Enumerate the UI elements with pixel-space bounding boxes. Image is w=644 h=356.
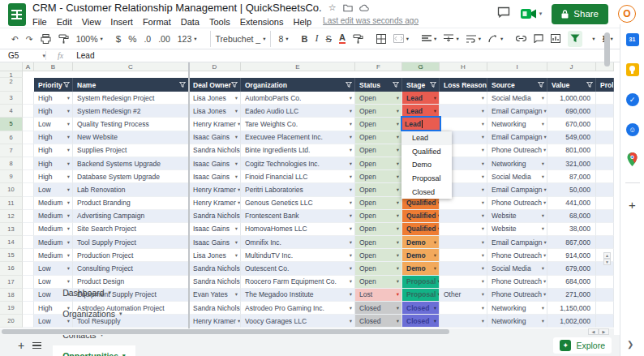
menu-tools[interactable]: Tools — [209, 17, 230, 27]
cell-organization[interactable]: Roocero Farm Equipment Co.▾ — [241, 276, 355, 289]
cell-status[interactable]: Open▾ — [355, 144, 402, 157]
cell-source[interactable]: Phone Outreach▾ — [487, 197, 547, 210]
dropdown-arrow-icon[interactable]: ▾ — [482, 147, 484, 153]
row-number-14[interactable]: 14 — [0, 236, 23, 249]
dropdown-arrow-icon[interactable]: ▾ — [482, 199, 484, 206]
font-family-select[interactable]: Trebuchet _▾ — [210, 31, 272, 47]
cell-priority[interactable]: High▾ — [34, 157, 73, 170]
cell-status[interactable]: Open▾ — [355, 197, 402, 210]
dropdown-arrow-icon[interactable]: ▾ — [543, 291, 546, 298]
cell-name[interactable]: Advertising Campaign — [73, 210, 189, 223]
dropdown-arrow-icon[interactable]: ▾ — [542, 174, 544, 180]
cell-a[interactable] — [23, 183, 34, 196]
cell-probability[interactable] — [596, 183, 614, 196]
cell-priority[interactable]: Low▾ — [34, 183, 73, 196]
dropdown-arrow-icon[interactable]: ▾ — [482, 225, 484, 232]
cell-priority[interactable]: High▾ — [34, 144, 73, 157]
cell-name[interactable]: Backend Systems Upgrade — [73, 157, 189, 170]
cell-value[interactable]: 321,000 — [547, 157, 596, 170]
dropdown-arrow-icon[interactable]: ▾ — [235, 174, 238, 180]
dropdown-arrow-icon[interactable]: ▾ — [482, 239, 484, 246]
dropdown-arrow-icon[interactable]: ▾ — [235, 239, 238, 246]
cell-deal-owner[interactable]: Sandra Nichols▾ — [189, 276, 241, 289]
borders-icon[interactable] — [376, 31, 386, 47]
filter-funnel-icon[interactable] — [430, 81, 436, 89]
cell-value[interactable]: 1,002,000 — [547, 315, 596, 328]
filter-funnel-icon[interactable] — [179, 81, 186, 89]
dropdown-arrow-icon[interactable]: ▾ — [350, 199, 352, 206]
cell-source[interactable]: Social Media▾ — [487, 262, 547, 275]
dropdown-arrow-icon[interactable]: ▾ — [350, 121, 352, 127]
column-header-deal-owner[interactable]: Deal Owner — [189, 78, 241, 92]
column-header-D[interactable]: D — [189, 62, 241, 71]
dropdown-arrow-icon[interactable]: ▾ — [397, 225, 399, 232]
dropdown-arrow-icon[interactable]: ▾ — [67, 108, 70, 114]
cell-probability[interactable] — [596, 131, 614, 144]
menu-extensions[interactable]: Extensions — [240, 17, 284, 27]
column-header-E[interactable]: E — [241, 62, 355, 71]
dropdown-option-closed[interactable]: Closed — [401, 185, 452, 199]
cell-probability[interactable] — [596, 170, 614, 183]
row-number-18[interactable]: 18 — [0, 289, 23, 302]
dropdown-arrow-icon[interactable]: ▾ — [67, 252, 70, 259]
cell-organization[interactable]: Genous Genetics LLC▾ — [241, 197, 355, 210]
cell-row1[interactable] — [241, 71, 355, 78]
cell-row1[interactable] — [23, 71, 34, 78]
select-all-corner[interactable] — [0, 62, 23, 71]
cell-organization[interactable]: Outescent Co.▾ — [241, 262, 355, 275]
dropdown-arrow-icon[interactable]: ▾ — [67, 212, 70, 219]
cell-priority[interactable]: High▾ — [34, 92, 73, 105]
cell-organization[interactable]: Frontescent Bank▾ — [241, 210, 355, 223]
dropdown-arrow-icon[interactable]: ▾ — [67, 187, 70, 193]
last-edit-status[interactable]: Last edit was seconds ago — [323, 16, 419, 25]
dropdown-arrow-icon[interactable]: ▾ — [238, 199, 240, 206]
menu-format[interactable]: Format — [143, 17, 171, 27]
dropdown-arrow-icon[interactable]: ▾ — [397, 161, 399, 167]
column-header-H[interactable]: H — [440, 62, 487, 71]
cell-status[interactable]: Closed▾ — [355, 302, 402, 315]
cell-a[interactable] — [23, 262, 34, 275]
cell-source[interactable]: Phone Outreach▾ — [487, 249, 547, 262]
text-wrap-icon[interactable]: ▾ — [466, 31, 481, 47]
column-header-source[interactable]: Source — [487, 78, 547, 92]
dropdown-arrow-icon[interactable]: ▾ — [482, 278, 484, 285]
cell-a[interactable] — [23, 276, 34, 289]
keep-icon[interactable] — [625, 62, 639, 76]
filter-funnel-icon[interactable] — [63, 81, 70, 89]
cell-value[interactable]: 87,000 — [547, 170, 596, 183]
menu-view[interactable]: View — [82, 17, 101, 27]
cell-loss-reason[interactable]: ▾ — [440, 262, 487, 275]
horizontal-scrollbar[interactable] — [2, 329, 449, 334]
format-percent-icon[interactable]: % — [128, 31, 136, 47]
cell-deal-owner[interactable]: Lisa Jones▾ — [189, 249, 241, 262]
dropdown-arrow-icon[interactable]: ▾ — [543, 252, 546, 259]
dropdown-arrow-icon[interactable]: ▾ — [350, 252, 352, 259]
cell-deal-owner[interactable]: Sandra Nichols▾ — [189, 262, 241, 275]
row-number-9[interactable]: 9 — [0, 170, 23, 183]
dropdown-arrow-icon[interactable]: ▾ — [67, 121, 70, 127]
dropdown-arrow-icon[interactable]: ▾ — [543, 278, 546, 285]
cell-deal-owner[interactable]: Henry Kramer▾ — [189, 315, 241, 328]
cell-a[interactable] — [23, 223, 34, 236]
menu-file[interactable]: File — [32, 17, 47, 27]
cell-a[interactable] — [23, 144, 34, 157]
cell-source[interactable]: Phone Outreach▾ — [487, 276, 547, 289]
dropdown-arrow-icon[interactable]: ▾ — [397, 108, 399, 114]
cell-priority[interactable]: Medium▾ — [34, 210, 73, 223]
cell-a[interactable] — [23, 105, 34, 118]
dropdown-arrow-icon[interactable]: ▾ — [238, 187, 240, 193]
cell-source[interactable]: Networking▾ — [487, 302, 547, 315]
cell-status[interactable]: Open▾ — [355, 249, 402, 262]
cell-status[interactable]: Open▾ — [355, 118, 402, 131]
dropdown-arrow-icon[interactable]: ▾ — [67, 174, 70, 180]
cell-stage[interactable]: Proposal▾ — [402, 276, 440, 289]
paint-format-icon[interactable] — [58, 31, 69, 47]
cell-probability[interactable] — [596, 118, 614, 131]
row-number-10[interactable]: 10 — [0, 183, 23, 196]
cell-probability[interactable] — [596, 157, 614, 170]
row-number-6[interactable]: 6 — [0, 131, 23, 144]
dropdown-arrow-icon[interactable]: ▾ — [350, 147, 352, 153]
cell-value[interactable]: 690,000 — [547, 105, 596, 118]
dropdown-option-proposal[interactable]: Proposal — [401, 172, 452, 186]
cell-source[interactable]: Networking▾ — [487, 118, 547, 131]
